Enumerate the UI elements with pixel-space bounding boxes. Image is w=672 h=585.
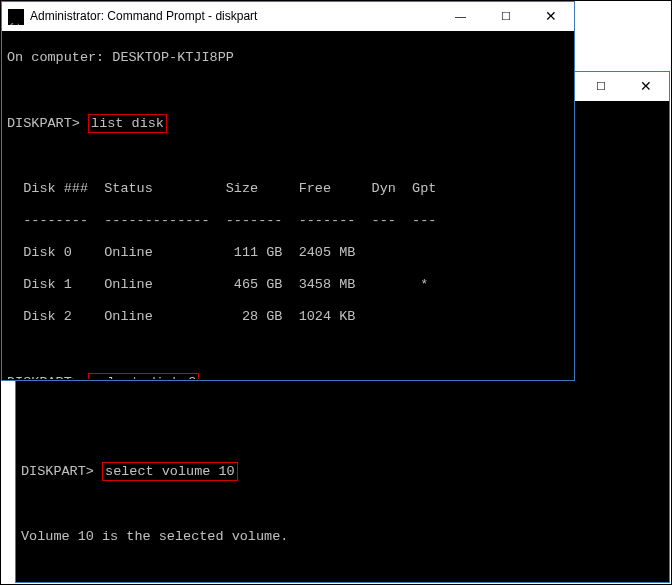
terminal-front[interactable]: On computer: DESKTOP-KTJI8PP DISKPART> l… [3, 32, 573, 379]
disk-row-1: Disk 1 Online 465 GB 3458 MB * [7, 277, 569, 293]
blank-line [21, 497, 664, 513]
minimize-button[interactable]: — [438, 2, 483, 31]
cmd-icon [8, 9, 24, 25]
diskpart-prompt: DISKPART> [7, 375, 80, 379]
cmd-select-volume: select volume 10 [102, 462, 238, 481]
blank-line [7, 149, 569, 165]
close-icon: ✕ [545, 2, 557, 31]
disk-row-2: Disk 2 Online 28 GB 1024 KB [7, 309, 569, 325]
close-button[interactable]: ✕ [623, 72, 669, 101]
blank-line [7, 82, 569, 98]
diskpart-prompt: DISKPART> [7, 116, 80, 131]
cmd-select-disk: select disk 2 [88, 373, 199, 379]
window-title-front: Administrator: Command Prompt - diskpart [30, 2, 438, 31]
maximize-button[interactable]: ☐ [578, 72, 623, 101]
blank-line [21, 561, 664, 577]
close-button[interactable]: ✕ [528, 2, 574, 31]
cmd-list-disk: list disk [88, 114, 167, 133]
minimize-icon: — [455, 2, 466, 31]
cmd-window-front: Administrator: Command Prompt - diskpart… [1, 1, 575, 381]
maximize-icon: ☐ [501, 2, 511, 31]
disk-table-rule: -------- ------------- ------- ------- -… [7, 213, 569, 229]
disk-row-0: Disk 0 Online 111 GB 2405 MB [7, 245, 569, 261]
titlebar-front[interactable]: Administrator: Command Prompt - diskpart… [2, 2, 574, 31]
output-selected-volume: Volume 10 is the selected volume. [21, 529, 664, 545]
maximize-button[interactable]: ☐ [483, 2, 528, 31]
output-computer: On computer: DESKTOP-KTJI8PP [7, 50, 569, 66]
blank-line [7, 341, 569, 357]
diskpart-prompt: DISKPART> [21, 464, 94, 479]
maximize-icon: ☐ [596, 72, 606, 101]
disk-table-header: Disk ### Status Size Free Dyn Gpt [7, 181, 569, 197]
close-icon: ✕ [640, 72, 652, 101]
